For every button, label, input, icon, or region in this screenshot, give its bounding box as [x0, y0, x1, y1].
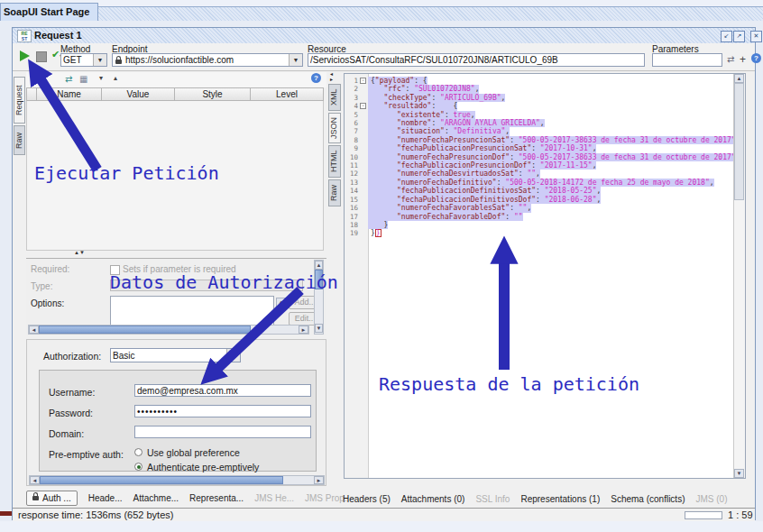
col-level[interactable]: Level: [251, 87, 324, 101]
json-response-editor[interactable]: 1-{"payload": {2 "rfc": "SUL010720JN8",3…: [344, 73, 746, 479]
resource-input[interactable]: [308, 53, 645, 67]
soapui-screen: SoapUI Start Page REST Request 1 ↙ ↗ ✕ ✔…: [0, 0, 763, 532]
details-vscroll-thumb[interactable]: [315, 270, 323, 289]
fold-toggle-icon[interactable]: -: [358, 102, 368, 110]
radio-use-global-preference[interactable]: [134, 448, 142, 456]
param-grid-icon[interactable]: ▦: [79, 74, 87, 84]
auth-hscroll-thumb[interactable]: [40, 476, 283, 484]
tab-request-vertical[interactable]: Request: [14, 77, 25, 124]
tab-schema-conflicts[interactable]: Schema (conflicts): [611, 494, 685, 504]
scroll-up-icon[interactable]: ▲: [734, 74, 744, 83]
params-table-body[interactable]: [26, 101, 324, 251]
code-line[interactable]: 10 "numeroFechaPresuncionDof": "500-05-2…: [345, 153, 733, 161]
col-value[interactable]: Value: [102, 87, 175, 101]
tab-raw-vertical-left[interactable]: Raw: [14, 125, 25, 155]
radio-authenticate-preemptively[interactable]: [134, 463, 142, 471]
code-line[interactable]: 1-{"payload": {: [345, 77, 733, 85]
code-line[interactable]: 13 "numeroFechaDefinitivo": "500-05-2018…: [345, 179, 733, 187]
code-line[interactable]: 17 "numeroFechaFavorableDof": "": [345, 213, 733, 221]
stop-request-button[interactable]: [36, 51, 47, 62]
tab-headers-request[interactable]: Heade...: [88, 493, 123, 503]
code-line[interactable]: 12 "numeroFechaDesvirtuadosSat": "",: [345, 170, 733, 178]
tab-auth[interactable]: Auth ...: [26, 491, 78, 506]
method-dropdown[interactable]: GET▼: [60, 53, 107, 67]
endpoint-dropdown[interactable]: https://solucionfactible.com ▼: [112, 53, 303, 67]
tab-json-response[interactable]: JSON: [328, 113, 341, 143]
scroll-right-icon[interactable]: ►: [314, 476, 324, 484]
tab-xml-response[interactable]: XML: [328, 84, 341, 111]
chevron-down-icon[interactable]: ▼: [226, 349, 240, 362]
splitter-collapse-icons[interactable]: ◂▸: [330, 71, 333, 82]
code-line[interactable]: 14 "fechaPublicacionDefinitivosSat": "20…: [345, 187, 733, 195]
details-hscroll-thumb[interactable]: [39, 326, 251, 334]
params-help-icon[interactable]: ?: [311, 73, 321, 83]
code-line[interactable]: 3 "checkType": "ARTICULO_69B",: [345, 94, 733, 102]
fold-toggle-icon[interactable]: -: [358, 77, 368, 85]
password-input[interactable]: [134, 405, 311, 417]
add-param-icon[interactable]: +: [740, 53, 746, 66]
tab-soapui-start-page[interactable]: SoapUI Start Page: [0, 3, 98, 21]
scroll-left-icon[interactable]: ◄: [30, 476, 40, 484]
col-name[interactable]: Name: [37, 87, 102, 101]
code-line[interactable]: 11 "fechaPublicacionPresuncionDof": "201…: [345, 161, 733, 170]
tab-html-response[interactable]: HTML: [328, 145, 341, 178]
move-down-icon[interactable]: ▾: [99, 74, 103, 82]
code-line[interactable]: 4- "resultado": {: [345, 102, 733, 110]
scroll-left-icon[interactable]: ◄: [29, 326, 39, 334]
code-line[interactable]: 15 "fechaPublicacionDefinitivosDof": "20…: [345, 196, 733, 204]
code-line[interactable]: 2 "rfc": "SUL010720JN8",: [345, 85, 733, 93]
minimize-button[interactable]: ↙: [721, 31, 732, 42]
code-line[interactable]: 9 "fechaPublicacionPresuncionSat": "2017…: [345, 144, 733, 152]
close-button[interactable]: ✕: [750, 31, 762, 42]
tab-attachments-request[interactable]: Attachme...: [133, 493, 179, 503]
tab-jms-response[interactable]: JMS (0): [695, 494, 727, 504]
code-line[interactable]: 8 "numeroFechaPresuncionSat": "500-05-20…: [345, 136, 733, 144]
code-text: "resultado": {: [368, 102, 457, 110]
tab-jms-headers[interactable]: JMS He...: [254, 493, 294, 503]
authorization-type-dropdown[interactable]: Basic▼: [110, 348, 241, 362]
revert-params-icon[interactable]: ⇄: [727, 54, 734, 64]
scroll-right-icon[interactable]: ►: [299, 326, 308, 334]
code-line[interactable]: 18 }: [345, 221, 733, 229]
col-style[interactable]: Style: [175, 87, 251, 101]
scroll-down-icon[interactable]: ▼: [315, 324, 323, 333]
code-text: "rfc": "SUL010720JN8",: [368, 85, 479, 93]
parameters-input[interactable]: [652, 53, 722, 67]
tab-attachments-response[interactable]: Attachments (0): [401, 494, 465, 504]
tab-headers-response[interactable]: Headers (5): [343, 494, 391, 504]
username-input[interactable]: [134, 384, 311, 397]
chevron-down-icon[interactable]: ▼: [93, 54, 106, 66]
update-params-icon[interactable]: ⇄: [65, 74, 72, 84]
tab-representations-response[interactable]: Representations (1): [520, 494, 600, 504]
tab-representations-request[interactable]: Representa...: [189, 493, 244, 503]
details-hscrollbar[interactable]: ◄ ►: [28, 325, 309, 335]
editor-vscroll-thumb[interactable]: [734, 83, 744, 200]
scroll-down-icon[interactable]: ▼: [734, 469, 744, 478]
type-field[interactable]: [110, 280, 303, 291]
domain-input[interactable]: [134, 426, 311, 438]
auth-hscrollbar[interactable]: ◄ ►: [29, 475, 325, 485]
code-line[interactable]: 6 "nombre": "ARAGÓN AYALA GRICELDA",: [345, 119, 733, 127]
code-line[interactable]: 7 "situacion": "Definitiva",: [345, 127, 733, 135]
editor-vscrollbar[interactable]: ▲ ▼: [733, 74, 745, 478]
request-window-titlebar[interactable]: [13, 28, 755, 44]
maximize-button[interactable]: ↗: [733, 31, 745, 42]
required-checkbox[interactable]: [110, 265, 120, 275]
options-listbox[interactable]: [110, 296, 274, 326]
sort-arrows-icon[interactable]: ▲▼: [74, 250, 85, 255]
tab-raw-response[interactable]: Raw: [328, 179, 341, 206]
type-label: Type:: [31, 281, 52, 291]
help-icon[interactable]: ?: [751, 53, 761, 63]
tab-ssl-info[interactable]: SSL Info: [475, 494, 510, 504]
options-scroll-up-icon[interactable]: ▲: [276, 298, 286, 307]
scroll-up-icon[interactable]: ▲: [315, 261, 323, 270]
move-up-icon[interactable]: ▴: [114, 74, 117, 82]
code-line[interactable]: 16 "numeroFechaFavorablesSat": "",: [345, 204, 733, 212]
details-vscrollbar[interactable]: ▲ ▼: [314, 260, 324, 335]
fold-spacer: [358, 187, 368, 195]
run-request-button[interactable]: [20, 50, 30, 61]
json-code[interactable]: 1-{"payload": {2 "rfc": "SUL010720JN8",3…: [345, 77, 733, 238]
chevron-down-icon[interactable]: ▼: [289, 54, 302, 66]
code-line[interactable]: 19}}: [345, 229, 733, 237]
code-line[interactable]: 5 "existente": true,: [345, 111, 733, 119]
